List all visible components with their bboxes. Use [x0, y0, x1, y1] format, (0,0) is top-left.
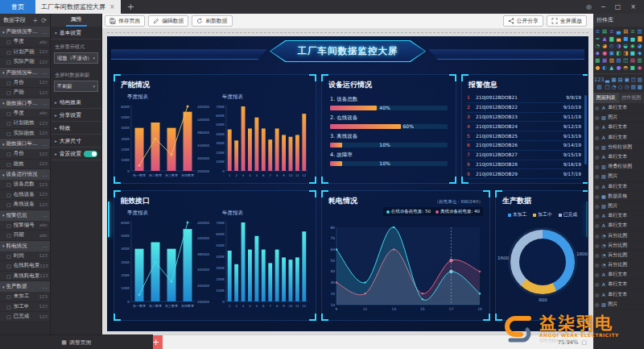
table-row[interactable]: 6210J0912BDOB269/14/19	[467, 141, 581, 151]
layer-item[interactable]: ◎A单行文本	[593, 270, 644, 280]
field-checkbox[interactable]: ▢	[6, 59, 11, 64]
field-row[interactable]: ▢加工中123	[0, 302, 50, 313]
eye-icon[interactable]: ◎	[595, 173, 599, 179]
field-row[interactable]: ▢实际产能123	[0, 57, 50, 68]
control-icon[interactable]: ≡	[594, 28, 601, 35]
field-row[interactable]: ▢季度abc	[0, 37, 50, 48]
layer-item[interactable]: ◎▥堆叠柱状图	[593, 162, 644, 172]
property-section[interactable]: ▾基本设置	[51, 27, 101, 39]
panel-capacity[interactable]: 产能情况季度报表0100K200K300K400K500K600K2600003…	[114, 74, 316, 184]
refresh-fields-icon[interactable]: ⟳	[41, 17, 47, 24]
control-icon[interactable]: ▥	[636, 28, 643, 35]
field-group-row[interactable]: ▾设备运行情况…	[0, 169, 50, 180]
eye-icon[interactable]: ◎	[595, 105, 599, 110]
control-icon[interactable]: ▄	[615, 28, 622, 35]
layer-item[interactable]: ◎◔百分比图	[593, 260, 644, 270]
control-icon[interactable]: ◕	[636, 43, 643, 49]
control-icon[interactable]: ▦	[601, 57, 609, 64]
layer-item[interactable]: ◎A单行文本	[593, 221, 644, 231]
settings-icon[interactable]: ◎	[586, 3, 592, 10]
more-icon[interactable]: …	[43, 100, 48, 106]
layer-item[interactable]: ◎◔百分比图	[593, 241, 644, 251]
field-row[interactable]: ▢产能123	[0, 88, 50, 98]
control-icon[interactable]: ◆	[636, 50, 643, 56]
control-icon[interactable]: ▄	[615, 35, 622, 42]
layer-item[interactable]: ◎A单行文本	[593, 182, 644, 192]
field-checkbox[interactable]: ▢	[6, 314, 11, 319]
tab-document[interactable]: 工厂车间数据监控大屏 ×	[35, 0, 121, 14]
eye-icon[interactable]: ◎	[595, 184, 599, 189]
control-icon[interactable]: ▤	[630, 57, 637, 64]
layer-item[interactable]: ◎A单行文本	[593, 211, 644, 221]
more-icon[interactable]: …	[43, 172, 48, 178]
eye-icon[interactable]: ◎	[595, 262, 599, 268]
maximize-icon[interactable]: □	[615, 3, 621, 10]
property-dropdown[interactable]: 缩放（不滚动）▾	[54, 52, 98, 64]
field-checkbox[interactable]: ▢	[6, 293, 11, 299]
control-icon[interactable]: ◉	[630, 43, 637, 49]
field-group-row[interactable]: ▾能效接口年度报表…	[0, 139, 50, 149]
property-section[interactable]: ▸动画效果	[51, 96, 101, 109]
more-icon[interactable]: …	[43, 284, 48, 290]
field-row[interactable]: ▢计划能效123	[0, 118, 50, 129]
field-row[interactable]: ▢未加工123	[0, 292, 50, 302]
control-icon[interactable]: ▥	[637, 77, 643, 83]
close-icon[interactable]: ×	[630, 3, 636, 10]
layer-item[interactable]: ◎A单行文本	[593, 123, 644, 132]
eye-icon[interactable]: ◎	[595, 124, 599, 130]
control-icon[interactable]: ≡	[608, 28, 615, 35]
field-checkbox[interactable]: ▢	[6, 120, 11, 126]
adjust-page-button[interactable]: 调整页面	[69, 339, 92, 347]
field-checkbox[interactable]: ▢	[6, 192, 11, 197]
control-icon[interactable]: ■	[630, 64, 637, 71]
eye-icon[interactable]: ◎	[595, 243, 599, 248]
properties-tab[interactable]: 属性	[51, 14, 101, 27]
field-row[interactable]: ▢计划产能123	[0, 48, 50, 58]
table-row[interactable]: 9210J0912BDOB299/17/19	[467, 169, 581, 179]
control-icon[interactable]: ▧	[608, 57, 615, 64]
control-icon[interactable]: ◫	[630, 77, 637, 83]
control-icon[interactable]: ●	[615, 64, 622, 71]
control-icon[interactable]: 123	[594, 77, 604, 83]
eye-icon[interactable]: ◎	[595, 222, 599, 228]
control-icon[interactable]: ◒	[622, 43, 630, 49]
field-row[interactable]: ▢在线设备123	[0, 190, 50, 201]
control-icon[interactable]: ■	[622, 35, 630, 42]
control-icon[interactable]: ◴	[608, 43, 615, 49]
layer-item[interactable]: ◎▨图片	[593, 113, 644, 123]
eye-icon[interactable]: ◎	[595, 154, 599, 160]
property-section[interactable]: ▸分享设置	[51, 109, 101, 122]
layer-item[interactable]: ◎◔百分比图	[593, 251, 644, 260]
field-checkbox[interactable]: ▢	[6, 151, 11, 156]
eye-icon[interactable]: ◎	[595, 164, 599, 169]
scrollbar[interactable]	[584, 95, 587, 164]
control-icon[interactable]: ◓	[622, 64, 630, 71]
control-icon[interactable]: ▤	[601, 28, 609, 35]
control-icon[interactable]: ≈	[594, 35, 601, 42]
layer-item[interactable]: ◎A单行文本	[593, 152, 644, 162]
field-checkbox[interactable]: ▢	[6, 80, 11, 85]
field-group-row[interactable]: ▾生产数据…	[0, 281, 50, 292]
control-icon[interactable]: ●	[601, 50, 609, 56]
field-checkbox[interactable]: ▢	[6, 304, 11, 310]
field-row[interactable]: ▢设备总数123	[0, 180, 50, 190]
legend-item[interactable]: 已完成	[559, 211, 577, 218]
field-group-row[interactable]: ▾能效接口季度报表…	[0, 98, 50, 109]
control-icon[interactable]: □	[604, 84, 610, 90]
control-icon[interactable]: ▧	[630, 84, 637, 90]
property-dropdown[interactable]: 不刷新▾	[54, 81, 98, 92]
control-icon[interactable]: ◔	[594, 43, 601, 49]
table-row[interactable]: 4210J0912BDOB249/12/19	[467, 122, 581, 131]
add-field-icon[interactable]: +	[33, 17, 39, 24]
panel-devices[interactable]: 设备运行情况1. 设备总数40%2. 在线设备60%3. 离线设备10%4. 故…	[321, 74, 456, 184]
control-icon[interactable]: ▥	[636, 57, 643, 64]
layer-item[interactable]: ◎A单行文本	[593, 280, 644, 289]
add-tab-button[interactable]: +	[121, 0, 141, 14]
more-icon[interactable]: …	[43, 141, 48, 147]
control-icon[interactable]: ▇	[636, 35, 643, 42]
table-row[interactable]: 8210J0912BDOB289/16/19	[467, 160, 581, 170]
control-icon[interactable]: ▦	[611, 77, 617, 83]
control-icon[interactable]: ▲	[601, 35, 609, 42]
table-row[interactable]: 1210J0912BDOB219/9/19	[467, 93, 581, 103]
more-icon[interactable]: …	[43, 29, 48, 35]
